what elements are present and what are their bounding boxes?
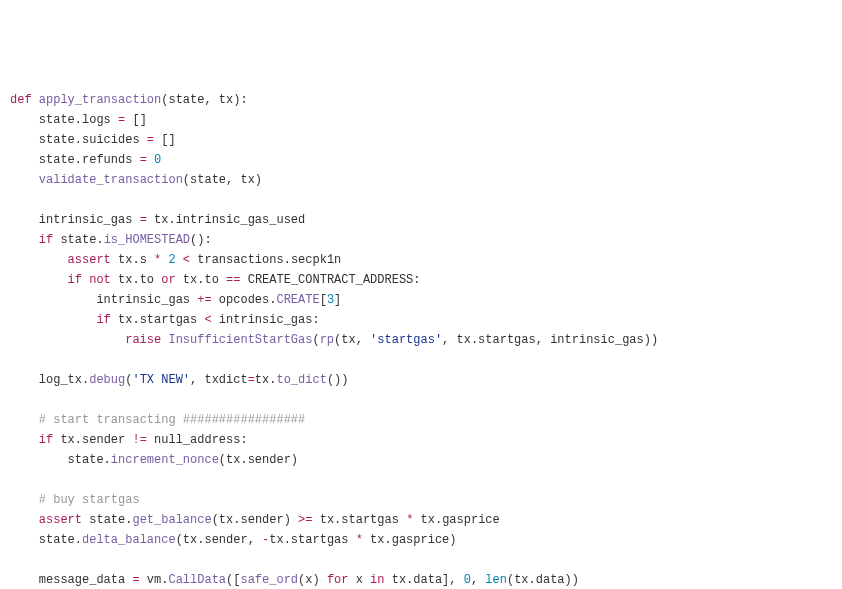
code-token: tx.sender — [53, 433, 132, 447]
code-token: apply_transaction — [39, 93, 161, 107]
code-token: is_HOMESTEAD — [104, 233, 190, 247]
code-token: ()) — [327, 373, 349, 387]
code-token: tx.to — [176, 273, 226, 287]
code-token: tx.startgas — [269, 533, 355, 547]
code-token: assert — [68, 253, 111, 267]
code-token: x — [348, 573, 370, 587]
code-token: [] — [154, 133, 176, 147]
code-token: vm. — [140, 573, 169, 587]
code-token: tx.intrinsic_gas_used — [147, 213, 305, 227]
code-token — [176, 253, 183, 267]
code-token: = — [147, 133, 154, 147]
code-token: # buy startgas — [39, 493, 140, 507]
code-token: ([ — [226, 573, 240, 587]
code-token — [10, 333, 125, 347]
code-token: if — [68, 273, 82, 287]
code-token: not — [89, 273, 111, 287]
code-token: intrinsic_gas — [10, 213, 140, 227]
code-token: = — [140, 153, 147, 167]
code-token: log_tx. — [10, 373, 89, 387]
code-token: (tx.sender) — [219, 453, 298, 467]
code-token: validate_transaction — [39, 173, 183, 187]
code-token: , — [471, 573, 485, 587]
code-token: intrinsic_gas: — [212, 313, 320, 327]
code-token — [10, 173, 39, 187]
code-token: assert — [39, 513, 82, 527]
code-token: state.suicides — [10, 133, 147, 147]
code-block: def apply_transaction(state, tx): state.… — [10, 90, 832, 589]
code-token: < — [204, 313, 211, 327]
code-token: ( — [312, 333, 319, 347]
code-token: debug — [89, 373, 125, 387]
code-token: # start transacting ################# — [39, 413, 305, 427]
code-token: in — [370, 573, 384, 587]
code-token: increment_nonce — [111, 453, 219, 467]
code-token: rp — [320, 333, 334, 347]
code-token: to_dict — [276, 373, 326, 387]
code-token: CREATE_CONTRACT_ADDRESS: — [240, 273, 420, 287]
code-token: delta_balance — [82, 533, 176, 547]
code-token: InsufficientStartGas — [168, 333, 312, 347]
code-token: (state, tx) — [183, 173, 262, 187]
code-token: , txdict — [190, 373, 248, 387]
code-token: state. — [10, 533, 82, 547]
code-token: if — [96, 313, 110, 327]
code-token: * — [356, 533, 363, 547]
code-token: raise — [125, 333, 161, 347]
code-token — [10, 233, 39, 247]
code-token: or — [161, 273, 175, 287]
code-token: (state, tx): — [161, 93, 247, 107]
code-token — [10, 493, 39, 507]
code-token: tx. — [255, 373, 277, 387]
code-token: for — [327, 573, 349, 587]
code-token: CallData — [168, 573, 226, 587]
code-token: >= — [298, 513, 312, 527]
code-token: 0 — [464, 573, 471, 587]
code-token: tx.startgas — [111, 313, 205, 327]
code-token: += — [197, 293, 211, 307]
code-token: , tx.startgas, intrinsic_gas)) — [442, 333, 658, 347]
code-token — [10, 313, 96, 327]
code-token: 2 — [168, 253, 175, 267]
code-token: = — [132, 573, 139, 587]
code-token: = — [140, 213, 147, 227]
code-token: (): — [190, 233, 212, 247]
code-token: transactions.secpk1n — [190, 253, 341, 267]
code-token: = — [248, 373, 255, 387]
code-token: ] — [334, 293, 341, 307]
code-token: (tx.data)) — [507, 573, 579, 587]
code-token — [10, 513, 39, 527]
code-token: state. — [53, 233, 103, 247]
code-token: def — [10, 93, 39, 107]
code-token: state.logs — [10, 113, 118, 127]
code-token: < — [183, 253, 190, 267]
code-token: intrinsic_gas — [10, 293, 197, 307]
code-token: tx.data], — [385, 573, 464, 587]
code-token: if — [39, 433, 53, 447]
code-token: state. — [10, 453, 111, 467]
code-token: (tx.sender) — [212, 513, 298, 527]
code-token — [10, 253, 68, 267]
code-token: 0 — [154, 153, 161, 167]
code-token — [10, 273, 68, 287]
code-token: tx.startgas — [313, 513, 407, 527]
code-token: tx.s — [111, 253, 154, 267]
code-token — [147, 153, 154, 167]
code-token: null_address: — [147, 433, 248, 447]
code-token: get_balance — [132, 513, 211, 527]
code-token: if — [39, 233, 53, 247]
code-token: (x) — [298, 573, 327, 587]
code-token — [10, 413, 39, 427]
code-token: opcodes. — [212, 293, 277, 307]
code-token: len — [485, 573, 507, 587]
code-token: tx.to — [111, 273, 161, 287]
code-token: CREATE — [276, 293, 319, 307]
code-token: tx.gasprice — [413, 513, 499, 527]
code-token: state.refunds — [10, 153, 140, 167]
code-token — [10, 433, 39, 447]
code-token: 3 — [327, 293, 334, 307]
code-token: 'startgas' — [370, 333, 442, 347]
code-token: tx.gasprice) — [363, 533, 457, 547]
code-token: (tx, — [334, 333, 370, 347]
code-token: safe_ord — [240, 573, 298, 587]
